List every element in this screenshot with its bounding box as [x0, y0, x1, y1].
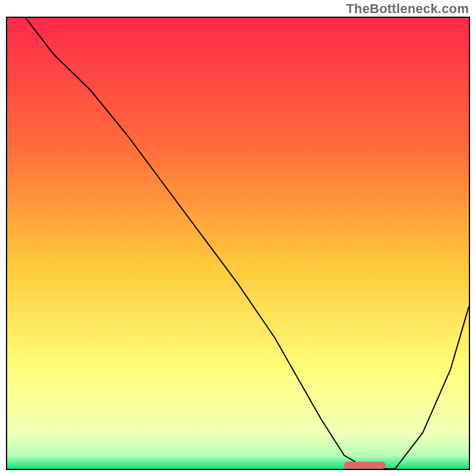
chart-stage: TheBottleneck.com: [0, 0, 476, 476]
watermark-text: TheBottleneck.com: [346, 1, 469, 17]
bottleneck-curve: [7, 18, 469, 469]
optimal-range-marker: [344, 462, 386, 469]
chart-frame: [6, 17, 470, 470]
